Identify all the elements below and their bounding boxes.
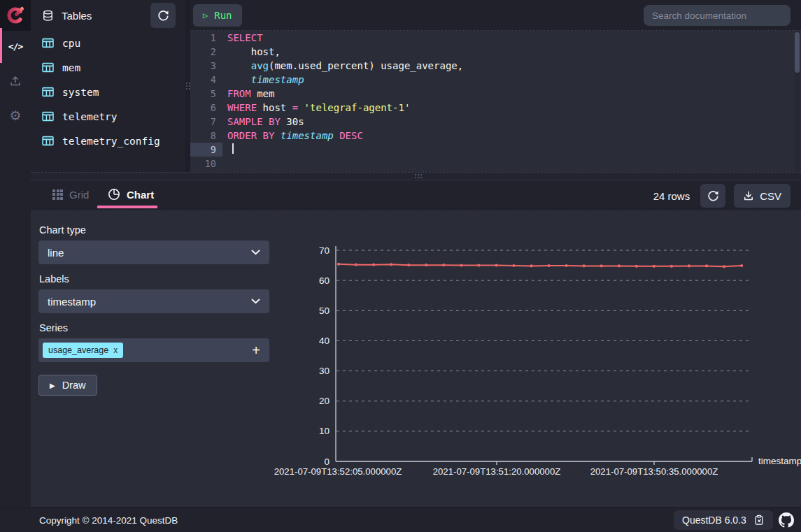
code-icon: </> [8, 41, 22, 52]
draw-button[interactable]: ▶ Draw [38, 375, 97, 396]
table-row-cpu[interactable]: cpu [31, 31, 185, 55]
footer: Copyright © 2014-2021 QuestDB QuestDB 6.… [0, 507, 801, 532]
table-row-system[interactable]: system [31, 80, 185, 104]
table-name: telemetry_config [62, 136, 160, 147]
svg-text:2021-07-09T13:52:05.000000Z: 2021-07-09T13:52:05.000000Z [274, 466, 402, 477]
table-icon [42, 87, 54, 97]
editor-line-6[interactable]: 6WHERE host = 'telegraf-agent-1' [190, 101, 801, 115]
editor-scrollbar-track[interactable] [795, 31, 800, 172]
table-icon [42, 38, 54, 48]
code-text: avg(mem.used_percent) usage_average, [222, 60, 463, 71]
code-text: FROM mem [222, 88, 274, 99]
line-number: 8 [190, 130, 222, 141]
line-number: 5 [190, 88, 222, 99]
upload-icon [9, 75, 22, 87]
chart-type-select[interactable]: line [38, 240, 269, 264]
table-row-mem[interactable]: mem [31, 55, 185, 80]
table-row-telemetry[interactable]: telemetry [31, 104, 185, 129]
tables-panel: Tables cpumemsystemtelemetrytelemetry_co… [31, 0, 185, 172]
horizontal-splitter[interactable] [31, 172, 801, 180]
import-nav-item[interactable] [0, 71, 31, 92]
tables-panel-header: Tables [31, 0, 185, 31]
labels-label: Labels [39, 273, 69, 285]
results-refresh-button[interactable] [700, 184, 725, 208]
copyright-text: Copyright © 2014-2021 QuestDB [39, 515, 178, 525]
grid-icon [52, 189, 63, 200]
series-tag-usage-average[interactable]: usage_average x [43, 343, 123, 358]
code-text: ORDER BY timestamp DESC [222, 130, 363, 141]
line-number: 6 [190, 102, 222, 113]
table-icon [42, 136, 54, 146]
code-text [222, 143, 234, 156]
github-icon [779, 512, 794, 528]
editor-line-5[interactable]: 5FROM mem [190, 87, 801, 101]
pie-chart-icon [108, 188, 120, 201]
line-number: 3 [190, 60, 222, 71]
editor-line-4[interactable]: 4 timestamp [190, 73, 801, 87]
github-link[interactable] [779, 512, 794, 528]
tab-grid[interactable]: Grid [52, 180, 89, 208]
editor-topbar: ▷ Run [185, 0, 801, 31]
play-icon: ▶ [50, 382, 55, 389]
download-icon [743, 190, 754, 201]
console-nav-item[interactable]: </> [0, 36, 31, 57]
database-icon [42, 10, 54, 22]
table-icon [42, 111, 54, 122]
line-number: 7 [190, 116, 222, 127]
editor-line-9[interactable]: 9 [190, 143, 801, 157]
splitter-handle-icon [186, 82, 190, 89]
download-csv-button[interactable]: CSV [734, 184, 791, 208]
sql-editor[interactable]: 1SELECT2 host,3 avg(mem.used_percent) us… [190, 31, 801, 172]
editor-scrollbar-thumb[interactable] [795, 32, 800, 73]
line-number: 9 [190, 143, 222, 157]
svg-text:70: 70 [319, 245, 329, 256]
settings-nav-item[interactable]: ⚙ [0, 105, 31, 126]
line-number: 1 [190, 32, 222, 43]
editor-line-1[interactable]: 1SELECT [190, 31, 801, 45]
code-text: WHERE host = 'telegraf-agent-1' [222, 102, 410, 113]
labels-select[interactable]: timestamp [38, 289, 269, 313]
remove-tag-icon[interactable]: x [113, 345, 118, 355]
svg-text:20: 20 [319, 396, 329, 406]
code-text: timestamp [222, 74, 304, 85]
svg-text:2021-07-09T13:51:20.000000Z: 2021-07-09T13:51:20.000000Z [433, 466, 561, 477]
svg-text:30: 30 [319, 366, 329, 376]
chart-type-label: Chart type [39, 224, 86, 236]
line-number: 10 [190, 158, 222, 169]
add-series-button[interactable]: + [252, 343, 260, 357]
svg-text:50: 50 [319, 305, 329, 316]
line-number: 2 [190, 46, 222, 57]
tables-refresh-button[interactable] [150, 3, 176, 28]
editor-line-3[interactable]: 3 avg(mem.used_percent) usage_average, [190, 59, 801, 73]
editor-line-8[interactable]: 8ORDER BY timestamp DESC [190, 129, 801, 143]
editor-line-2[interactable]: 2 host, [190, 45, 801, 59]
refresh-icon [157, 10, 169, 22]
copy-icon [753, 515, 765, 526]
results-tabbar: Grid Chart 24 rows CSV [31, 180, 801, 211]
svg-text:60: 60 [319, 275, 329, 286]
editor-line-7[interactable]: 7SAMPLE BY 30s [190, 115, 801, 129]
search-documentation-input[interactable] [644, 5, 791, 26]
svg-text:2021-07-09T13:50:35.000000Z: 2021-07-09T13:50:35.000000Z [590, 466, 718, 477]
svg-text:timestamp: timestamp [758, 456, 801, 466]
table-name: system [62, 87, 99, 98]
results-toolbar-right: 24 rows CSV [653, 180, 791, 211]
text-cursor [232, 143, 234, 154]
run-button[interactable]: ▷ Run [193, 4, 242, 27]
usage-average-line-chart: 0102030405060702021-07-09T13:52:05.00000… [273, 242, 801, 487]
code-text: SAMPLE BY 30s [222, 116, 304, 127]
tab-chart[interactable]: Chart [108, 180, 154, 208]
chevron-down-icon [251, 250, 260, 255]
editor-line-10[interactable]: 10 [190, 157, 801, 171]
chevron-down-icon [251, 299, 260, 304]
questdb-logo[interactable] [0, 0, 31, 31]
code-text: SELECT [222, 32, 263, 43]
vertical-splitter[interactable] [185, 0, 190, 172]
tables-list: cpumemsystemtelemetrytelemetry_config [31, 31, 185, 153]
table-row-telemetry_config[interactable]: telemetry_config [31, 129, 185, 153]
row-count: 24 rows [653, 190, 690, 202]
svg-text:0: 0 [324, 456, 329, 467]
svg-text:10: 10 [319, 426, 329, 436]
version-badge[interactable]: QuestDB 6.0.3 [674, 510, 773, 530]
series-input[interactable]: usage_average x + [38, 338, 269, 362]
